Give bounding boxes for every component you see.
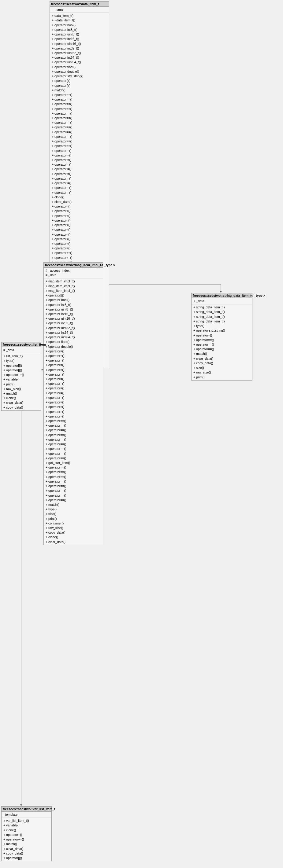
member: + match(): [3, 391, 39, 396]
member: + msg_item_impl_t(): [45, 284, 102, 288]
member: + operator<(): [51, 204, 108, 209]
member: + operator==(): [45, 493, 102, 498]
member: + operator==(): [45, 479, 102, 484]
arrows-svg: [0, 0, 283, 868]
member: + operator uint64_t(): [51, 60, 108, 64]
member: + operator int64_t(): [51, 55, 108, 60]
member: + operator[](): [45, 293, 102, 298]
member: + copy_data(): [3, 405, 39, 410]
box-msg-item-impl-t-members: + msg_item_impl_t() + msg_item_impl_t() …: [44, 278, 103, 545]
member: + operator==(): [51, 102, 108, 106]
member: + type(): [193, 324, 251, 328]
member: + clone(): [3, 828, 50, 833]
member: + operator==(): [51, 107, 108, 111]
member: + size(): [193, 366, 251, 370]
box-string-data-item-t-fields: + _data: [192, 298, 252, 304]
member: + operator==(): [51, 111, 108, 116]
member: + operator=(): [45, 372, 102, 377]
member: + operator==(): [45, 498, 102, 502]
member: + operator==(): [51, 116, 108, 120]
member: + operator<(): [51, 242, 108, 246]
member: + operator double(): [45, 344, 102, 349]
member: + operator==(): [45, 456, 102, 461]
member: + operator[](): [51, 79, 108, 83]
member: + type(): [3, 359, 39, 363]
member: + string_data_item_t(): [193, 319, 251, 324]
field: + _data: [193, 299, 251, 304]
member: + operator float(): [45, 340, 102, 344]
member: + variable(): [3, 377, 39, 382]
member: + clear_data(): [51, 199, 108, 204]
member: + operator=(): [45, 377, 102, 381]
member: + clone(): [51, 195, 108, 199]
member: + operator!=(): [51, 153, 108, 158]
field: # _access_index: [45, 268, 102, 273]
member: + operator==(): [45, 433, 102, 437]
member: + operator double(): [51, 69, 108, 74]
member: + operator==(): [45, 465, 102, 470]
box-string-data-item-t-title: freesecs::secstwo::string_data_item_t< _…: [192, 293, 252, 298]
member: + operator!=(): [51, 172, 108, 176]
member: + clone(): [45, 535, 102, 539]
box-var-list-item-t-members: + var_list_item_t() + variable() + clone…: [2, 818, 51, 861]
member: + clear_data(): [3, 847, 50, 851]
box-list-item-t: freesecs::secstwo::list_item_t # _data +…: [1, 342, 41, 411]
member: + clear_data(): [3, 400, 39, 405]
member: + match(): [45, 502, 102, 507]
member: + operator=(): [3, 833, 50, 837]
member: + operator std::string(): [193, 328, 251, 333]
member: + operator[](): [3, 368, 39, 373]
member: + operator<(): [51, 227, 108, 232]
member: + operator==(): [193, 338, 251, 342]
member: + operator int32_t(): [51, 46, 108, 51]
member: + operator<(): [51, 214, 108, 218]
member: + operator uint64_t(): [45, 335, 102, 340]
member: + operator=(): [45, 386, 102, 391]
member: + operator==(): [51, 144, 108, 148]
box-msg-item-impl-t-fields: # _access_index # _data: [44, 268, 103, 278]
member: + operator=(): [45, 400, 102, 405]
member: + operator<(): [51, 218, 108, 223]
member: + string_data_item_t(): [193, 305, 251, 310]
box-msg-item-impl-t-title: freesecs::secstwo::msg_item_impl_t< _typ…: [44, 262, 103, 268]
member: + operator std::string(): [51, 74, 108, 79]
member: + operator=(): [193, 333, 251, 338]
member: + operator int8_t(): [45, 303, 102, 307]
member: + variable(): [3, 823, 50, 828]
member: + operator==(): [45, 437, 102, 442]
member: + operator==(): [45, 419, 102, 423]
member: + operator=(): [45, 349, 102, 353]
member: + operator int16_t(): [51, 37, 108, 41]
member: + operator=(): [45, 358, 102, 363]
member: + operator[](): [3, 856, 50, 860]
member: + string_data_item_t(): [193, 310, 251, 314]
member: + ~data_item_t(): [51, 18, 108, 23]
member: + operator<=(): [51, 255, 108, 260]
member: + operator int32_t(): [45, 321, 102, 326]
member: + operator!=(): [51, 176, 108, 181]
member: + operator int16_t(): [45, 312, 102, 316]
box-var-list-item-t-fields: _template: [2, 812, 51, 818]
member: + operator==(): [45, 428, 102, 432]
member: + list_item_t(): [3, 354, 39, 359]
member: + operator=(): [45, 353, 102, 358]
member: + operator==(): [45, 475, 102, 479]
member: + operator==(): [51, 130, 108, 134]
member: + operator==(): [45, 442, 102, 446]
box-var-list-item-t-title: freesecs::secstwo::var_list_item_t: [2, 807, 51, 812]
member: + clone(): [3, 396, 39, 400]
field: # _data: [3, 348, 39, 352]
box-list-item-t-fields: # _data: [2, 347, 41, 353]
member: + operator==(): [45, 470, 102, 474]
member: + operator+=(): [3, 837, 50, 842]
member: + operator<(): [51, 223, 108, 227]
member: + operator==(): [51, 97, 108, 102]
member: + operator[](): [51, 84, 108, 88]
box-string-data-item-t: freesecs::secstwo::string_data_item_t< _…: [191, 293, 252, 380]
member: + operator!=(): [51, 167, 108, 172]
member: + operator<=(): [51, 251, 108, 255]
diagram-container: freesecs::secstwo::data_item_t - _name +…: [0, 0, 283, 868]
member: + operator uint16_t(): [45, 316, 102, 321]
member: + operator float(): [51, 65, 108, 69]
member: + data_item_t(): [51, 13, 108, 18]
